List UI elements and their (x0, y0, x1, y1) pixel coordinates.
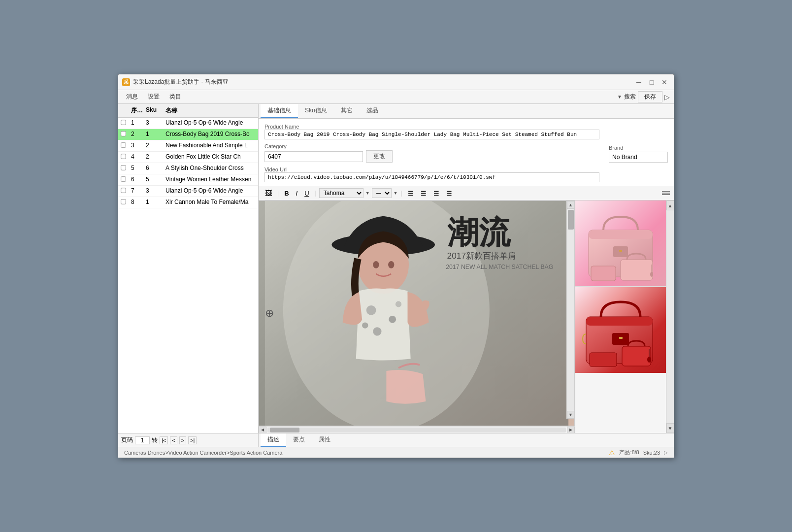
row-checkbox-5[interactable] (118, 163, 129, 174)
font-family-select[interactable]: Tahoma (319, 188, 363, 198)
table-row[interactable]: 3 2 New Fashionable And Simple L (118, 140, 258, 152)
bottom-tab-keypoints[interactable]: 要点 (286, 433, 312, 447)
tab-other[interactable]: 其它 (334, 104, 360, 118)
menu-bar: 消息 设置 类目 ▼ 搜索 保存 ▷ (118, 90, 674, 104)
row-index-8: 8 (129, 197, 144, 208)
col-header-sku: Sku (144, 105, 164, 116)
category-input[interactable] (264, 151, 363, 162)
menu-messages[interactable]: 消息 (122, 92, 142, 102)
outer-scroll-up[interactable]: ▲ (666, 200, 674, 210)
row-checkbox-3[interactable] (118, 140, 129, 151)
search-label: 搜索 (624, 93, 636, 101)
insert-image-button[interactable]: 🖼 (263, 188, 274, 198)
font-size-select[interactable]: --- (372, 188, 392, 198)
italic-button[interactable]: I (294, 189, 300, 198)
toolbar-more-button[interactable] (662, 191, 670, 195)
editor-hscroll[interactable]: ◀ ▶ (259, 426, 575, 433)
table-row[interactable]: 5 6 A Stylish One-Shoulder Cross (118, 163, 258, 174)
editor-scroll-down[interactable]: ▼ (567, 411, 575, 419)
category-brand-row: Category 更改 Brand (264, 142, 668, 163)
prev-page-button[interactable]: < (170, 436, 177, 444)
maximize-button[interactable]: □ (646, 77, 657, 88)
hscroll-thumb[interactable] (270, 428, 299, 432)
row-index-2: 2 (129, 129, 144, 140)
product-images-panel (575, 200, 666, 433)
search-dropdown-arrow[interactable]: ▼ (617, 94, 622, 100)
table-row[interactable]: 7 3 Ulanzi Op-5 Op-6 Wide Angle (118, 186, 258, 197)
expand-handle-icon[interactable]: ▷ (664, 450, 668, 455)
svg-point-4 (373, 261, 379, 268)
brand-input[interactable] (609, 152, 668, 163)
expand-icon[interactable]: ▷ (664, 93, 670, 101)
pagination: 页码 转 |< < > >| (118, 433, 258, 447)
bottom-tabs: 描述 要点 属性 (259, 433, 674, 447)
row-checkbox-1[interactable] (118, 118, 129, 129)
update-category-button[interactable]: 更改 (366, 150, 393, 163)
video-url-input[interactable] (264, 172, 599, 182)
category-area: Category 更改 (264, 142, 603, 163)
product-count: 产品:8/8 (619, 449, 639, 456)
svg-rect-18 (619, 250, 622, 252)
outer-vscroll[interactable]: ▲ ▼ (666, 200, 674, 433)
title-bar: 采 采采Lazada批量上货助手 - 马来西亚 ─ □ ✕ (118, 74, 674, 90)
first-page-button[interactable]: |< (160, 436, 168, 444)
svg-rect-26 (619, 337, 623, 339)
row-checkbox-7[interactable] (118, 186, 129, 197)
row-checkbox-6[interactable] (118, 174, 129, 185)
hscroll-right[interactable]: ▶ (567, 427, 575, 433)
row-name-6: Vintage Women Leather Messen (164, 174, 258, 185)
warning-icon: ⚠ (609, 449, 615, 457)
product-name-label: Product Name (264, 123, 668, 130)
tab-selection[interactable]: 选品 (360, 104, 385, 118)
row-checkbox-2[interactable] (118, 129, 129, 140)
editor-scroll-up[interactable]: ▲ (567, 201, 575, 209)
page-input[interactable] (135, 436, 150, 444)
svg-rect-24 (586, 317, 653, 326)
list-unordered-button[interactable]: ☰ (405, 189, 416, 198)
menu-category[interactable]: 类目 (165, 92, 185, 102)
list-ordered-button[interactable]: ☰ (418, 189, 429, 198)
table-row[interactable]: 2 1 Cross-Body Bag 2019 Cross-Bo (118, 129, 258, 140)
table-row[interactable]: 4 2 Golden Fox Little Ck Star Ch (118, 152, 258, 163)
row-sku-7: 3 (144, 186, 164, 197)
tab-basic-info[interactable]: 基础信息 (261, 104, 298, 118)
menu-settings[interactable]: 设置 (144, 92, 164, 102)
next-page-button[interactable]: > (179, 436, 186, 444)
last-page-button[interactable]: >| (188, 436, 197, 444)
move-handle-icon[interactable]: ⊕ (265, 307, 274, 320)
bag-image-1-svg (579, 203, 662, 284)
row-name-8: Xlr Cannon Male To Female/Ma (164, 197, 258, 208)
svg-rect-19 (621, 260, 653, 280)
main-window: 采 采采Lazada批量上货助手 - 马来西亚 ─ □ ✕ 消息 设置 类目 ▼… (118, 74, 674, 458)
table-header: 序号 Sku 名称 (118, 104, 258, 118)
editor-vscroll[interactable]: ▲ ▼ (566, 201, 574, 419)
minimize-button[interactable]: ─ (633, 77, 644, 88)
table-row[interactable]: 1 3 Ulanzi Op-5 Op-6 Wide Angle (118, 118, 258, 129)
status-right: ⚠ 产品:8/8 Sku:23 ▷ (609, 449, 668, 457)
align-left-button[interactable]: ☰ (431, 189, 442, 198)
underline-button[interactable]: U (302, 189, 311, 198)
product-name-field: Product Name (264, 123, 668, 139)
brand-area: Brand (609, 144, 668, 163)
svg-rect-27 (622, 346, 651, 366)
row-index-3: 3 (129, 140, 144, 151)
product-description-editor[interactable]: ⊕ (259, 200, 575, 426)
row-sku-4: 2 (144, 152, 164, 163)
hscroll-left[interactable]: ◀ (259, 427, 266, 433)
outer-scroll-down[interactable]: ▼ (666, 423, 674, 433)
bottom-tab-attributes[interactable]: 属性 (312, 433, 337, 447)
editor-content-area: ⊕ (259, 200, 674, 433)
table-row[interactable]: 6 5 Vintage Women Leather Messen (118, 174, 258, 186)
row-checkbox-8[interactable] (118, 197, 129, 208)
table-row[interactable]: 8 1 Xlr Cannon Male To Female/Ma (118, 197, 258, 208)
align-right-button[interactable]: ☰ (444, 189, 455, 198)
bottom-tab-desc[interactable]: 描述 (261, 433, 286, 447)
save-button[interactable]: 保存 (638, 91, 662, 102)
bold-button[interactable]: B (282, 189, 291, 198)
row-index-7: 7 (129, 186, 144, 197)
close-button[interactable]: ✕ (659, 77, 670, 88)
tab-sku-info[interactable]: Sku信息 (298, 104, 334, 118)
row-checkbox-4[interactable] (118, 152, 129, 163)
bag-image-2-svg (579, 290, 662, 371)
product-name-input[interactable] (264, 130, 599, 139)
